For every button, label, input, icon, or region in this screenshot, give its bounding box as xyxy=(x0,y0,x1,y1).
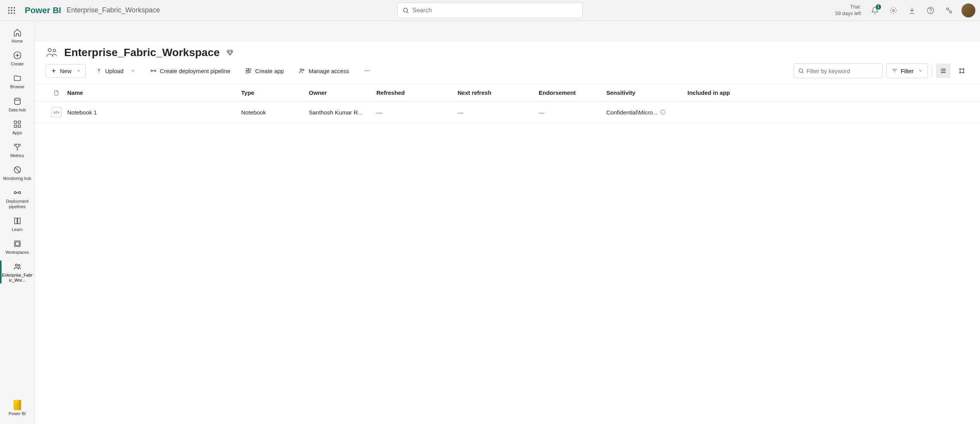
nav-label: Home xyxy=(12,39,23,44)
col-sensitivity-header[interactable]: Sensitivity xyxy=(606,89,687,96)
lineage-icon xyxy=(958,67,965,74)
download-button[interactable] xyxy=(904,3,920,18)
nav-label: Learn xyxy=(12,227,22,232)
row-name[interactable]: Notebook 1 xyxy=(67,109,241,116)
filter-input-container[interactable] xyxy=(794,63,883,78)
nav-monitoring[interactable]: Monitoring hub xyxy=(0,161,35,184)
nav-home[interactable]: Home xyxy=(0,24,35,47)
product-name[interactable]: Power BI xyxy=(25,5,61,15)
plus-icon xyxy=(51,68,57,74)
create-app-label: Create app xyxy=(255,68,284,74)
app-launcher-icon[interactable] xyxy=(5,3,19,17)
svg-line-33 xyxy=(802,72,803,73)
toolbar-divider xyxy=(932,65,932,76)
svg-point-31 xyxy=(369,70,370,71)
search-icon xyxy=(798,68,804,74)
trial-days: 59 days left xyxy=(835,10,861,17)
pipeline-label: Create deployment pipeline xyxy=(160,68,231,74)
svg-point-22 xyxy=(151,70,152,72)
trial-status: Trial: 59 days left xyxy=(835,4,861,17)
filter-keyword-input[interactable] xyxy=(806,68,880,74)
nav-label: Power BI xyxy=(9,411,26,416)
notebook-icon: </> xyxy=(51,107,61,117)
upload-button[interactable]: Upload xyxy=(91,65,140,77)
nav-learn[interactable]: Learn xyxy=(0,212,35,235)
header-right: Trial: 59 days left 1 xyxy=(835,3,976,18)
svg-point-23 xyxy=(154,70,156,72)
chevron-down-icon xyxy=(131,68,135,73)
nav-browse[interactable]: Browse xyxy=(0,70,35,92)
svg-line-1 xyxy=(407,12,408,13)
feedback-button[interactable] xyxy=(941,3,957,18)
filter-button[interactable]: Filter xyxy=(886,63,928,78)
home-icon xyxy=(13,28,22,37)
col-endorsement-header[interactable]: Endorsement xyxy=(539,89,606,96)
lineage-view-toggle[interactable] xyxy=(954,63,969,78)
svg-point-28 xyxy=(303,69,304,71)
col-next-header[interactable]: Next refresh xyxy=(458,89,539,96)
nav-pipelines[interactable]: Deployment pipelines xyxy=(0,184,35,212)
svg-point-35 xyxy=(963,68,964,70)
col-included-header[interactable]: Included in app xyxy=(687,89,969,96)
nav-metrics[interactable]: Metrics xyxy=(0,138,35,161)
nav-create[interactable]: Create xyxy=(0,47,35,70)
search-container xyxy=(397,3,583,18)
pipelines-icon xyxy=(13,188,22,197)
col-refreshed-header[interactable]: Refreshed xyxy=(376,89,458,96)
search-box[interactable] xyxy=(397,3,583,18)
data-hub-icon xyxy=(13,97,22,106)
row-refreshed: — xyxy=(376,109,458,116)
svg-point-5 xyxy=(946,8,948,10)
svg-rect-24 xyxy=(246,68,248,70)
notifications-button[interactable]: 1 xyxy=(867,3,883,18)
nav-apps[interactable]: Apps xyxy=(0,116,35,138)
svg-point-4 xyxy=(931,12,931,12)
user-avatar[interactable] xyxy=(961,3,975,17)
search-input[interactable] xyxy=(412,7,578,14)
nav-workspace-current[interactable]: Enterprise_Fabric_Wor... xyxy=(0,258,35,286)
left-sidebar: Home Create Browse Data hub Apps Metrics… xyxy=(0,21,35,424)
book-icon xyxy=(13,217,22,225)
workspaces-icon xyxy=(13,239,22,248)
manage-access-label: Manage access xyxy=(308,68,349,74)
settings-button[interactable] xyxy=(886,3,901,18)
apps-icon xyxy=(13,120,22,128)
pipeline-icon xyxy=(150,67,157,74)
nav-label: Create xyxy=(11,62,24,67)
col-type-header[interactable]: Type xyxy=(241,89,309,96)
svg-point-20 xyxy=(48,48,51,51)
filter-label: Filter xyxy=(901,68,914,74)
svg-point-34 xyxy=(960,68,961,70)
svg-point-36 xyxy=(960,72,961,73)
svg-rect-12 xyxy=(18,125,20,127)
notification-badge: 1 xyxy=(876,4,881,10)
table-header: Name Type Owner Refreshed Next refresh E… xyxy=(35,84,980,102)
svg-point-8 xyxy=(14,98,20,100)
row-next: — xyxy=(458,109,539,116)
svg-point-21 xyxy=(53,49,56,52)
col-name-header[interactable]: Name xyxy=(67,89,241,96)
toolbar: New Upload Create deployment pipeline Cr… xyxy=(35,60,980,84)
info-icon[interactable] xyxy=(660,109,665,115)
trial-label: Trial: xyxy=(835,4,861,10)
nav-powerbi[interactable]: Power BI xyxy=(0,397,35,419)
create-pipeline-button[interactable]: Create deployment pipeline xyxy=(145,64,235,77)
plus-circle-icon xyxy=(13,51,22,60)
col-owner-header[interactable]: Owner xyxy=(309,89,376,96)
svg-rect-26 xyxy=(246,71,248,73)
svg-point-32 xyxy=(799,69,802,72)
manage-access-button[interactable]: Manage access xyxy=(294,64,354,77)
table-row[interactable]: </> Notebook 1 Notebook Santhosh Kumar R… xyxy=(35,102,980,123)
nav-workspaces[interactable]: Workspaces xyxy=(0,235,35,258)
svg-point-2 xyxy=(893,9,895,11)
more-options-button[interactable] xyxy=(359,64,375,77)
list-view-toggle[interactable] xyxy=(936,63,951,78)
new-button[interactable]: New xyxy=(46,64,86,78)
create-app-button[interactable]: Create app xyxy=(240,64,288,77)
nav-data-hub[interactable]: Data hub xyxy=(0,93,35,116)
nav-label: Monitoring hub xyxy=(3,176,31,181)
data-table: Name Type Owner Refreshed Next refresh E… xyxy=(35,84,980,123)
svg-rect-25 xyxy=(249,68,251,70)
diamond-icon[interactable] xyxy=(226,49,234,56)
help-button[interactable] xyxy=(923,3,938,18)
